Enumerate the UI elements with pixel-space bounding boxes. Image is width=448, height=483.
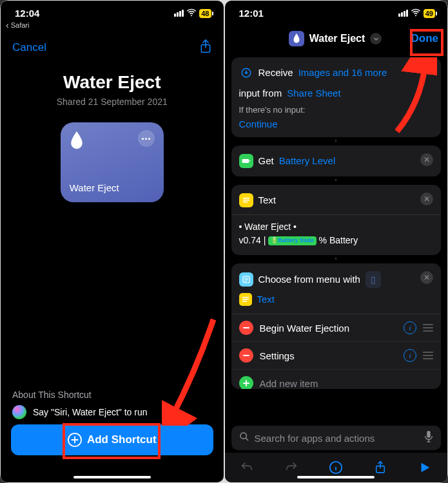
input-types[interactable]: Images and 16 more [298,65,387,80]
svg-point-16 [240,433,246,439]
action-get-battery[interactable]: Get Battery Level ✕ [231,146,442,176]
shortcut-header-icon [289,31,304,46]
done-button[interactable]: Done [411,32,438,45]
menu-var[interactable]: ▯ [365,271,381,288]
shortcut-name: Water Eject [309,33,365,44]
svg-rect-17 [427,431,430,438]
delete-action-icon[interactable]: ✕ [420,271,433,284]
add-shortcut-button[interactable]: Add Shortcut [11,424,213,455]
no-input-action[interactable]: Continue [239,118,434,129]
drag-handle-icon[interactable] [423,352,433,359]
plus-circle-icon [68,433,82,447]
shortcut-card[interactable]: Water Eject [61,122,164,202]
remove-icon[interactable] [239,321,253,335]
get-target[interactable]: Battery Level [279,153,336,169]
share-icon[interactable] [199,39,212,57]
svg-rect-11 [244,279,248,280]
svg-rect-15 [242,301,247,302]
input-source[interactable]: Share Sheet [287,86,340,101]
svg-rect-10 [244,278,248,278]
menu-item[interactable]: Begin Water Ejection i [231,314,442,341]
svg-rect-7 [243,200,249,201]
delete-action-icon[interactable]: ✕ [420,193,433,205]
shortcut-title: Water Eject [63,72,161,93]
menu-badge-icon [239,272,253,287]
share-button[interactable] [373,460,388,475]
search-placeholder: Search for apps and actions [255,433,420,444]
info-button[interactable] [328,460,344,475]
battery-badge-icon [239,154,253,168]
svg-rect-14 [242,299,249,300]
screenshot-add-shortcut: 12:04 48 Safari Cancel Water Eject [1,1,224,482]
cancel-button[interactable]: Cancel [12,41,46,54]
status-time: 12:04 [15,8,39,19]
siri-hint: Say "Siri, Water Eject" to run [12,405,212,419]
wifi-icon [186,7,197,19]
screenshot-edit-shortcut: 12:01 49 Water Eject [225,1,448,482]
no-input-label: If there's no input: [239,105,434,115]
run-button[interactable] [417,460,433,475]
add-shortcut-label: Add Shortcut [87,433,157,446]
drag-handle-icon[interactable] [423,324,433,332]
cellular-icon [398,10,408,17]
delete-action-icon[interactable]: ✕ [420,153,433,166]
status-bar: 12:01 49 [225,1,448,21]
redo-button[interactable] [284,460,299,475]
receive-icon [239,66,253,80]
battery-icon: 48 [199,9,213,18]
action-receive[interactable]: Receive Images and 16 more input from Sh… [231,57,442,137]
home-indicator[interactable] [73,476,151,478]
back-to-safari[interactable]: Safari [1,19,224,30]
battery-icon: 49 [424,9,437,18]
action-choose-menu[interactable]: Choose from menu with ▯ ✕ Text Begin Wat… [231,263,442,389]
card-menu-icon[interactable] [138,130,155,147]
info-icon[interactable]: i [404,349,416,362]
home-indicator[interactable] [297,476,375,478]
info-icon[interactable]: i [404,321,416,334]
text-badge-icon [239,193,253,207]
svg-rect-12 [244,281,247,281]
svg-rect-8 [243,202,248,203]
svg-rect-6 [243,198,249,199]
chevron-down-icon[interactable] [370,33,382,44]
siri-text: Say "Siri, Water Eject" to run [33,407,147,417]
undo-button[interactable] [239,460,255,475]
cellular-icon [174,10,184,17]
shortcut-header[interactable]: Water Eject [289,31,382,46]
remove-icon[interactable] [239,348,253,363]
status-bar: 12:04 48 [1,1,224,21]
text-body[interactable]: • Water Eject • v0.74 | 🔋Battery State %… [239,215,434,247]
svg-rect-13 [242,297,249,298]
mic-icon[interactable] [424,431,433,445]
menu-item[interactable]: Settings i [231,341,442,369]
shared-date: Shared 21 September 2021 [57,97,168,107]
svg-rect-4 [242,159,249,163]
svg-rect-5 [249,160,249,162]
search-bar[interactable]: Search for apps and actions [231,426,442,450]
card-label: Water Eject [70,182,155,193]
siri-icon [12,405,26,419]
menu-item-add[interactable]: Add new item [231,369,442,389]
about-title: About This Shortcut [12,390,212,400]
add-icon[interactable] [239,376,253,389]
water-drop-icon [70,131,84,149]
text-var-icon [239,293,252,306]
battery-state-var[interactable]: 🔋Battery State [268,236,317,245]
action-text[interactable]: Text ✕ • Water Eject • v0.74 | 🔋Battery … [231,185,442,255]
status-time: 12:01 [239,8,264,19]
wifi-icon [411,7,421,19]
search-icon [239,431,249,444]
